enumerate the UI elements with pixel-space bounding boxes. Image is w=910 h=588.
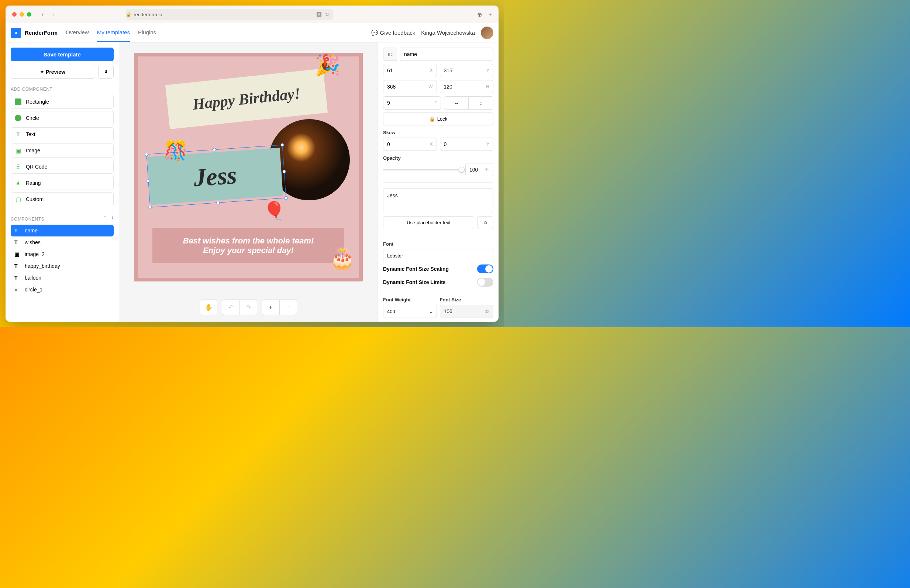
font-size-field[interactable]: px xyxy=(440,305,494,318)
skew-label: Skew xyxy=(383,130,493,136)
y-field[interactable]: Y xyxy=(440,64,494,77)
confetti-icon[interactable]: 🎊 xyxy=(163,139,187,162)
redo-button[interactable]: ↷ xyxy=(239,299,257,315)
minimize-icon[interactable] xyxy=(19,12,24,16)
canvas-area[interactable]: Happy Birthday! 🎉 Jess 🎊 🎈 Best wishes f… xyxy=(119,42,378,321)
tab-plugins[interactable]: Plugins xyxy=(138,24,156,42)
add-qrcode[interactable]: ⠿QR Code xyxy=(11,160,114,174)
add-rating[interactable]: ★Rating xyxy=(11,176,114,190)
app-body: Save template ⌖Preview ⬇ ADD COMPONENT R… xyxy=(5,42,499,321)
add-component-title: ADD COMPONENT xyxy=(11,87,114,92)
resize-handle[interactable] xyxy=(284,196,288,200)
layer-image-2[interactable]: ▣image_2 xyxy=(11,248,114,260)
left-panel: Save template ⌖Preview ⬇ ADD COMPONENT R… xyxy=(5,42,119,321)
forward-icon[interactable]: › xyxy=(52,11,54,18)
layer-name[interactable]: Tname xyxy=(11,225,114,236)
new-tab-icon[interactable]: + xyxy=(488,11,492,18)
url-text: renderform.io xyxy=(134,12,162,17)
rectangle-icon xyxy=(15,99,21,105)
dynamic-limits-toggle[interactable] xyxy=(477,278,493,287)
dynamic-limits-label: Dynamic Font Size Limits xyxy=(383,279,446,285)
flip-h-icon: ↔ xyxy=(454,100,459,106)
navbar-right: 💬 Give feedback Kinga Wojciechowska xyxy=(371,27,493,39)
font-select[interactable]: Lobster xyxy=(383,249,493,262)
w-field[interactable]: W xyxy=(383,80,437,93)
user-name[interactable]: Kinga Wojciechowska xyxy=(421,29,475,36)
tab-overview[interactable]: Overview xyxy=(66,24,89,42)
text-icon: T xyxy=(15,239,21,245)
brand-name: RenderForm xyxy=(25,29,58,36)
reload-icon[interactable]: ↻ xyxy=(325,12,329,17)
add-image[interactable]: ▣Image xyxy=(11,144,114,158)
layer-circle-1[interactable]: ●circle_1 xyxy=(11,284,114,296)
opacity-label: Opacity xyxy=(383,155,493,161)
zoom-out-button[interactable]: − xyxy=(280,299,297,315)
downloads-icon[interactable]: ⊕ xyxy=(477,11,482,18)
opacity-slider[interactable] xyxy=(383,169,462,170)
pan-button[interactable]: ✋ xyxy=(200,299,217,315)
save-template-button[interactable]: Save template xyxy=(11,48,114,61)
layer-wishes[interactable]: Twishes xyxy=(11,236,114,248)
x-field[interactable]: X xyxy=(383,64,437,77)
resize-handle[interactable] xyxy=(213,148,216,152)
resize-handle[interactable] xyxy=(145,153,148,157)
skew-x-field[interactable]: X xyxy=(383,137,437,151)
lock-button[interactable]: 🔒Lock xyxy=(383,113,493,125)
w-suffix: W xyxy=(428,84,433,89)
maximize-icon[interactable] xyxy=(27,12,31,16)
text-content-field[interactable]: Jess xyxy=(383,189,493,212)
layer-order-arrows: ↑ ↓ xyxy=(104,213,114,220)
logo-icon[interactable]: » xyxy=(11,27,21,38)
undo-button[interactable]: ↶ xyxy=(222,299,239,315)
placeholder-text-button[interactable]: Use placeholder text xyxy=(383,216,474,229)
close-icon[interactable] xyxy=(12,12,16,16)
template-card[interactable]: Happy Birthday! 🎉 Jess 🎊 🎈 Best wishes f… xyxy=(134,53,363,281)
cake-icon[interactable]: 🎂 xyxy=(330,246,356,270)
move-down-icon[interactable]: ↓ xyxy=(111,213,114,220)
translate-icon[interactable]: 🅰 xyxy=(317,12,322,17)
party-popper-icon[interactable]: 🎉 xyxy=(315,53,341,77)
aperture-icon: ⌖ xyxy=(40,69,44,75)
emoji-button[interactable]: ☺ xyxy=(477,216,493,229)
url-bar[interactable]: 🔒 renderform.io 🅰 ↻ xyxy=(126,9,333,20)
preview-button[interactable]: ⌖Preview xyxy=(11,65,95,79)
opacity-field[interactable]: % xyxy=(466,163,493,176)
add-text[interactable]: TText xyxy=(11,127,114,141)
text-icon: T xyxy=(15,131,21,137)
font-size-label: Font Size xyxy=(440,297,494,302)
add-circle[interactable]: Circle xyxy=(11,111,114,125)
slider-thumb[interactable] xyxy=(459,167,465,173)
skew-y-field[interactable]: Y xyxy=(440,137,494,151)
move-up-icon[interactable]: ↑ xyxy=(104,213,107,220)
feedback-link[interactable]: 💬 Give feedback xyxy=(371,29,415,36)
image-icon: ▣ xyxy=(15,251,21,257)
flip-v-button[interactable]: ↕ xyxy=(468,96,493,110)
tab-my-templates[interactable]: My templates xyxy=(97,24,130,42)
avatar[interactable] xyxy=(481,27,493,39)
dynamic-scaling-toggle[interactable] xyxy=(477,265,493,273)
url-actions: 🅰 ↻ xyxy=(317,12,333,17)
h-field[interactable]: H xyxy=(440,80,494,93)
resize-handle[interactable] xyxy=(216,201,220,205)
font-weight-select[interactable]: 400⌄ xyxy=(383,305,437,318)
balloon-icon[interactable]: 🎈 xyxy=(263,200,285,221)
layer-happy-birthday[interactable]: Thappy_birthday xyxy=(11,260,114,272)
zoom-in-button[interactable]: + xyxy=(262,299,280,315)
flip-h-button[interactable]: ↔ xyxy=(444,96,469,110)
rotation-field[interactable]: ° xyxy=(383,96,441,110)
resize-handle[interactable] xyxy=(148,205,152,209)
wishes-text[interactable]: Best wishes from the whole team! Enjoy y… xyxy=(152,228,344,263)
star-icon: ★ xyxy=(15,180,21,186)
download-button[interactable]: ⬇ xyxy=(98,65,114,79)
flip-v-icon: ↕ xyxy=(480,100,482,106)
nav-arrows: ‹ › xyxy=(42,11,54,18)
id-field[interactable] xyxy=(400,48,493,61)
add-custom[interactable]: ▢Custom xyxy=(11,192,114,206)
add-rectangle[interactable]: Rectangle xyxy=(11,95,114,109)
layer-balloon[interactable]: Tballoon xyxy=(11,272,114,284)
deg-suffix: ° xyxy=(435,100,437,105)
text-icon: T xyxy=(15,275,21,281)
chat-icon: 💬 xyxy=(371,29,378,36)
back-icon[interactable]: ‹ xyxy=(42,11,44,18)
toolbar-right: ⊕ + xyxy=(477,11,492,18)
